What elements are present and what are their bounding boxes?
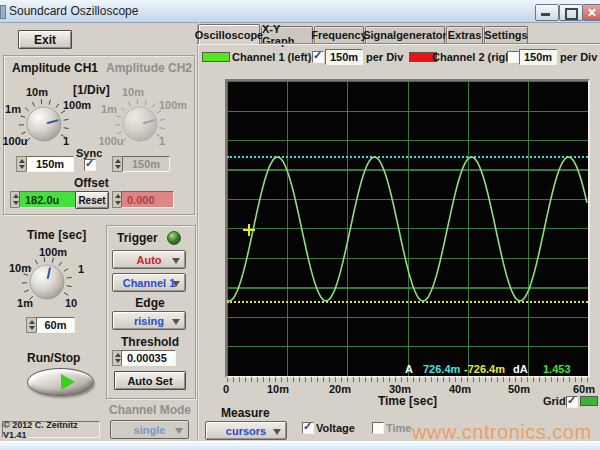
trigger-source-dropdown[interactable]: Channel 1 <box>112 273 186 292</box>
channel1-color-swatch[interactable] <box>202 52 230 62</box>
x-axis-ruler <box>227 377 588 382</box>
offset-reset-button[interactable]: Reset <box>75 191 109 209</box>
grid-checkbox[interactable] <box>566 396 578 408</box>
tab-signalgenerator[interactable]: Signalgenerator <box>365 26 445 43</box>
chevron-down-icon <box>172 281 180 287</box>
measure-mode-dropdown[interactable]: cursors <box>205 421 287 440</box>
measure-da-value: 1.453 <box>543 363 571 375</box>
trigger-edge-dropdown[interactable]: rising <box>112 311 186 330</box>
channel-mode-label: Channel Mode <box>105 403 195 417</box>
knob-tick-label: 100m <box>63 99 91 111</box>
panel-divider-highlight <box>198 22 199 441</box>
measure-mode-value: cursors <box>226 425 266 437</box>
trigger-mode-value: Auto <box>136 254 161 266</box>
knob-tick-label: 100u <box>98 135 123 147</box>
trigger-led <box>167 231 181 245</box>
x-axis-label: Time [sec] <box>227 394 588 408</box>
scope-frame: A 726.4m -726.4m dA 1.453 <box>225 79 590 378</box>
play-icon <box>61 374 75 390</box>
knob-tick-label: 10m <box>26 86 48 98</box>
window-title: Soundcard Oszilloscope <box>9 4 138 18</box>
voltage-checkbox[interactable] <box>302 422 314 434</box>
threshold-label: Threshold <box>106 335 194 349</box>
measure-a2-value: -726.4m <box>464 363 505 375</box>
chevron-down-icon <box>273 429 281 435</box>
measure-da-label: dA <box>513 363 528 375</box>
maximize-icon <box>565 8 578 20</box>
chevron-down-icon <box>172 319 180 325</box>
knob-tick-label: 10m <box>122 86 144 98</box>
trigger-source-value: Channel 1 <box>123 277 176 289</box>
tab-oscilloscope[interactable]: Oscilloscope <box>198 24 260 44</box>
knob-tick-label: 100u <box>2 135 27 147</box>
time-checkbox[interactable] <box>372 422 384 434</box>
voltage-label: Voltage <box>316 422 355 434</box>
channel1-per-div-value[interactable]: 150m <box>325 49 363 65</box>
amplitude-ch2-value[interactable]: 150m <box>122 156 170 172</box>
app-icon <box>0 5 6 19</box>
channel1-trace <box>227 81 588 376</box>
offset-label: Offset <box>74 176 109 190</box>
channel1-per-div-label: per Div <box>366 51 403 63</box>
trigger-mode-dropdown[interactable]: Auto <box>112 250 186 269</box>
title-bar[interactable]: Soundcard Oszilloscope <box>0 0 600 23</box>
trigger-label: Trigger <box>117 231 158 245</box>
tab-frequency[interactable]: Frequency <box>314 26 364 43</box>
time-base-label: Time [sec] <box>27 228 86 242</box>
minimize-button[interactable] <box>535 4 559 21</box>
knob-tick-label: 1 <box>63 135 69 147</box>
edge-label: Edge <box>106 296 194 310</box>
app-window: Soundcard Oszilloscope Exit Amplitude CH… <box>0 0 600 450</box>
time-value[interactable]: 60m <box>36 317 75 333</box>
measure-a-label: A <box>405 363 413 375</box>
channel-mode-dropdown[interactable]: single <box>110 420 189 439</box>
run-stop-label: Run/Stop <box>27 351 80 365</box>
auto-set-button[interactable]: Auto Set <box>114 371 186 390</box>
knob-tick-label: 1m <box>17 297 33 309</box>
grid-label: Grid <box>543 395 566 407</box>
knob-tick-label: 100m <box>159 99 187 111</box>
knob-tick-label: 1m <box>101 103 117 115</box>
watermark-text: www.cntronics.com <box>412 421 592 444</box>
amplitude-ch1-value[interactable]: 150m <box>26 156 74 172</box>
channel1-enable-checkbox[interactable] <box>312 51 324 63</box>
knob-tick-label: 10 <box>65 297 77 309</box>
knob-tick-label: 100m <box>39 246 67 258</box>
copyright-text: © 2012 C. Zeitnitz V1.41 <box>2 421 100 438</box>
run-stop-button[interactable] <box>27 368 94 396</box>
time-measure-label: Time <box>386 422 411 434</box>
crosshair-h <box>243 229 255 231</box>
amplitude-ch1-label: Amplitude CH1 <box>12 61 98 75</box>
grid-color-swatch[interactable] <box>580 396 598 406</box>
maximize-button[interactable] <box>559 4 583 21</box>
minimize-icon <box>541 13 550 16</box>
measure-label: Measure <box>221 406 270 420</box>
tab-settings[interactable]: Settings <box>484 26 528 43</box>
measure-a1-value: 726.4m <box>423 363 460 375</box>
knob-tick-label: 10m <box>9 262 31 274</box>
channel2-per-div-value[interactable]: 150m <box>519 49 557 65</box>
offset-ch2-value[interactable]: 0.000 <box>121 191 174 208</box>
threshold-value[interactable]: 0.00035 <box>121 350 176 366</box>
channel2-enable-checkbox[interactable] <box>507 51 519 63</box>
amplitude-ch2-label: Amplitude CH2 <box>106 61 192 75</box>
knob-tick-label: 1m <box>5 103 21 115</box>
channel-mode-value: single <box>134 424 166 436</box>
channel1-label: Channel 1 (left) <box>232 51 311 63</box>
tab-xy-graph[interactable]: X-Y Graph <box>261 26 313 43</box>
chevron-down-icon <box>172 258 180 264</box>
tab-border-highlight <box>196 44 600 45</box>
knob-tick-label: 1 <box>78 263 84 275</box>
offset-ch1-value[interactable]: 182.0u <box>19 191 76 208</box>
channel2-per-div-label: per Div <box>560 51 597 63</box>
exit-button[interactable]: Exit <box>18 30 72 49</box>
tab-extras[interactable]: Extras <box>446 26 483 43</box>
cursor-crosshair[interactable] <box>243 224 255 236</box>
knob-tick-label: 1 <box>159 135 165 147</box>
close-button[interactable] <box>582 4 600 21</box>
trigger-edge-value: rising <box>134 315 164 327</box>
scope-screen[interactable]: A 726.4m -726.4m dA 1.453 <box>227 81 588 376</box>
chevron-down-icon <box>175 428 183 434</box>
sync-checkbox[interactable] <box>84 159 96 171</box>
